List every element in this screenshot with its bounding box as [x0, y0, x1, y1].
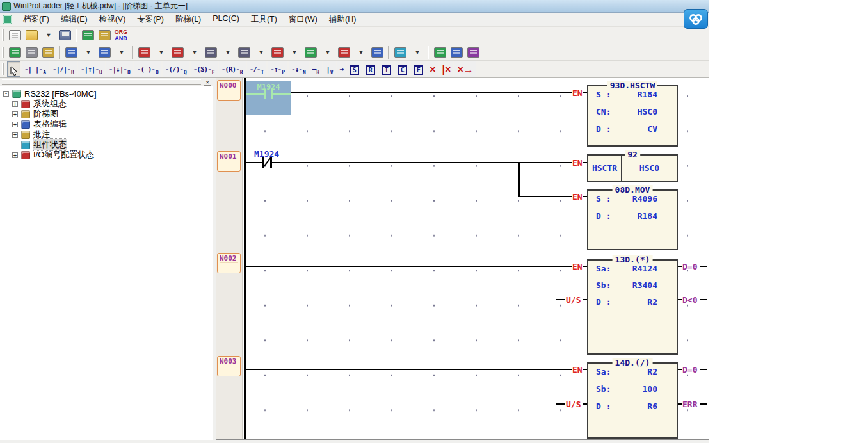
tree-expander[interactable]: + [12, 111, 18, 117]
ladder-convert-icon[interactable] [7, 45, 22, 60]
rising-pulse[interactable]: -↑-P [268, 61, 287, 77]
monitor-x-icon-dropdown[interactable]: ▼ [220, 45, 235, 60]
save-project-icon[interactable] [57, 28, 72, 43]
menu-view[interactable]: 检视(V) [93, 12, 132, 27]
tree-expander[interactable]: + [12, 122, 18, 127]
function-block-14d-div[interactable]: 14D.(/) Sa:R2 Sb:100 D :R6 [587, 362, 678, 439]
param-value[interactable]: R6 [647, 401, 657, 410]
coil-set[interactable]: -(S)-E [191, 61, 218, 77]
coil-not[interactable]: -(/)-Q [163, 61, 189, 77]
tree-expander[interactable]: - [3, 91, 9, 97]
toolbar-grip[interactable] [2, 47, 4, 58]
ladder-editor[interactable]: N000 N001 N002 N003 M1924 EN 93D.HSCTW S… [216, 78, 709, 440]
network-label-n000[interactable]: N000 [217, 80, 241, 101]
param-value[interactable]: R2 [647, 367, 657, 376]
horizontal-line[interactable]: —H [310, 61, 322, 77]
monitor-x-icon[interactable] [203, 45, 218, 60]
close-icon[interactable]: × [204, 79, 211, 86]
contact-nc[interactable]: -|/|-B [50, 61, 77, 77]
cloud-overlay-button[interactable] [684, 9, 708, 29]
contact-rising[interactable]: -|↑|-U [78, 61, 105, 77]
param-value[interactable]: HSC0 [638, 107, 657, 116]
tree-item-table-edit[interactable]: +表格编辑 [0, 119, 213, 129]
monitor-icon-dropdown[interactable]: ▼ [253, 45, 268, 60]
param-value[interactable]: R3404 [632, 280, 657, 289]
extend-line[interactable]: → [337, 61, 346, 77]
probe-wave-icon[interactable] [170, 45, 185, 60]
probe-wave-icon-dropdown[interactable]: ▼ [186, 45, 202, 60]
menu-tools[interactable]: 工具(T) [245, 12, 283, 27]
menu-edit[interactable]: 编辑(E) [55, 12, 93, 27]
title-bar[interactable]: WinProLadder [轻工机械.pdw] - [阶梯图 - 主单元一] [0, 0, 709, 13]
edit-component-icon-dropdown[interactable]: ▼ [153, 45, 168, 60]
network-label-n001[interactable]: N001 [217, 151, 241, 172]
probe-a-icon[interactable] [269, 45, 285, 60]
falling-pulse[interactable]: -↓-N [289, 61, 309, 77]
function-c[interactable]: C [395, 61, 410, 77]
tree-item-comment[interactable]: +批注 [0, 129, 213, 140]
wave-m-icon[interactable] [336, 45, 351, 60]
param-value[interactable]: R184 [638, 211, 657, 220]
status-list-icon-dropdown[interactable]: ▼ [319, 45, 335, 60]
function-s[interactable]: S [347, 61, 362, 77]
tree-item-io-number-status[interactable]: +I/O编号配置状态 [0, 150, 213, 160]
tree-expander[interactable]: + [12, 132, 18, 138]
network-edit-icon-dropdown[interactable]: ▼ [113, 45, 129, 60]
inverse-line[interactable]: -/-I [247, 61, 267, 77]
param-value[interactable]: R184 [638, 90, 657, 99]
contact-falling[interactable]: -|↓|-D [106, 61, 133, 77]
vertical-line[interactable]: |V [323, 61, 335, 77]
menu-window[interactable]: 窗口(W) [283, 12, 323, 27]
zoom-table-icon-dropdown[interactable]: ▼ [409, 45, 424, 60]
network-label-n002[interactable]: N002 [217, 253, 241, 273]
project-structure-icon-dropdown[interactable]: ▼ [80, 45, 95, 60]
coil-reset[interactable]: -(R)-R [219, 61, 246, 77]
network-label-n003[interactable]: N003 [217, 356, 241, 376]
wave-m-icon-dropdown[interactable]: ▼ [353, 45, 368, 60]
open-project-icon-dropdown[interactable]: ▼ [40, 28, 56, 43]
tree-item-root[interactable]: -RS232 [FBs-40MC] [0, 88, 213, 99]
edit-component-icon[interactable] [136, 45, 152, 60]
function-block-92-hsctr[interactable]: 92 HSCTR HSC0 [587, 154, 678, 182]
tree-panel-header[interactable]: × [0, 78, 213, 86]
project-structure-icon[interactable] [63, 45, 79, 60]
contact-no[interactable]: -| |-A [22, 61, 49, 77]
toolbar-grip[interactable] [2, 63, 4, 75]
open-project-icon[interactable] [24, 28, 39, 43]
io-table-icon[interactable] [80, 28, 95, 43]
table-edit-icon[interactable] [369, 45, 385, 60]
menu-help[interactable]: 辅助(H) [323, 12, 362, 27]
block-operand[interactable]: HSC0 [622, 156, 677, 181]
tree-item-label[interactable]: RS232 [FBs-40MC] [24, 89, 97, 99]
probe-a-icon-dropdown[interactable]: ▼ [286, 45, 301, 60]
menu-ladder[interactable]: 阶梯(L) [170, 12, 207, 27]
tree-item-component-status[interactable]: 组件状态 [0, 140, 213, 150]
function-t[interactable]: T [379, 61, 394, 77]
param-value[interactable]: CV [647, 124, 657, 133]
function-block-08d-mov[interactable]: 08D.MOV S :R4096 D :R184 [587, 189, 678, 250]
tree-item-ladder-diagram[interactable]: +阶梯图 [0, 109, 213, 119]
function-f[interactable]: F [411, 61, 426, 77]
param-value[interactable]: R2 [647, 297, 657, 306]
org-and-instruction-icon[interactable]: ORGAND [113, 28, 129, 43]
tree-expander[interactable]: + [12, 152, 18, 158]
ladder-window-icon[interactable] [97, 28, 112, 43]
status-list-icon[interactable] [303, 45, 318, 60]
tree-item-system-config[interactable]: +系统组态 [0, 99, 213, 109]
status-query-icon[interactable] [432, 45, 447, 60]
contact-query-icon[interactable] [465, 45, 481, 60]
coil-output[interactable]: -( )-O [134, 61, 161, 77]
function-block-93d-hsctw[interactable]: 93D.HSCTW S :R184 CN:HSC0 D :CV [587, 85, 678, 147]
param-value[interactable]: R4096 [632, 194, 657, 203]
function-r[interactable]: R [363, 61, 378, 77]
tree-expander[interactable]: + [12, 101, 18, 107]
function-block-13d-mul[interactable]: 13D.(*) Sa:R4124 Sb:R3404 D :R2 [587, 259, 678, 355]
network-edit-icon[interactable] [97, 45, 112, 60]
monitor-icon[interactable] [236, 45, 252, 60]
param-value[interactable]: 100 [643, 384, 657, 393]
param-value[interactable]: R4124 [632, 264, 657, 273]
menu-file[interactable]: 档案(F) [17, 12, 55, 27]
selected-cell[interactable]: M1924 [246, 81, 291, 115]
delete-row[interactable]: ×→ [454, 61, 476, 77]
chip-icon[interactable] [24, 45, 39, 60]
